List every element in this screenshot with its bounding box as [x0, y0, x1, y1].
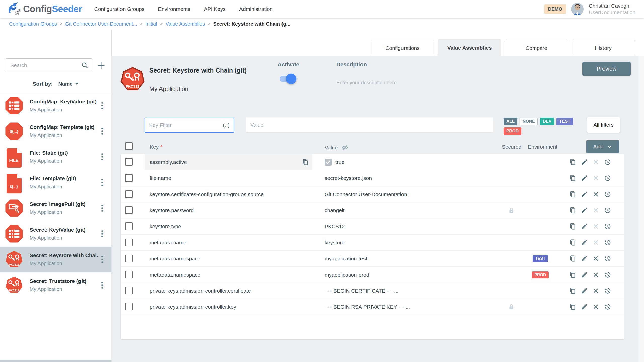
app-logo[interactable]: ConfigSeeder	[7, 2, 82, 16]
kebab-menu-icon[interactable]	[100, 152, 104, 162]
kebab-menu-icon[interactable]	[100, 203, 104, 213]
delete-icon[interactable]	[592, 255, 599, 262]
edit-icon[interactable]	[581, 287, 588, 294]
delete-icon[interactable]	[592, 287, 599, 294]
edit-icon[interactable]	[581, 158, 588, 166]
sidebar-scrollbar[interactable]	[0, 360, 111, 362]
preview-button[interactable]: Preview	[582, 62, 631, 76]
edit-icon[interactable]	[581, 255, 588, 262]
activate-toggle[interactable]	[280, 76, 294, 82]
copy-icon[interactable]	[569, 287, 576, 294]
copy-icon[interactable]	[569, 223, 576, 230]
all-filters-button[interactable]: All filters	[587, 117, 620, 133]
env-filter-badge-prod[interactable]: PROD	[504, 127, 521, 135]
edit-icon[interactable]	[581, 303, 588, 310]
kebab-menu-icon[interactable]	[100, 177, 104, 188]
kebab-menu-icon[interactable]	[100, 280, 104, 290]
copy-icon[interactable]	[569, 174, 576, 182]
history-icon[interactable]	[604, 239, 611, 246]
tab-history[interactable]: History	[572, 40, 635, 56]
edit-icon[interactable]	[581, 239, 588, 246]
row-checkbox[interactable]	[125, 287, 133, 294]
sidebar-item-text: File: Static (git)My Application	[30, 150, 98, 164]
copy-icon[interactable]	[569, 158, 576, 166]
row-checkbox[interactable]	[125, 158, 133, 166]
sidebar-item-file-static-git[interactable]: FILEFile: Static (git)My Application	[0, 144, 111, 170]
history-icon[interactable]	[604, 223, 611, 230]
value-filter-input[interactable]	[250, 122, 488, 128]
tab-value-assemblies[interactable]: Value Assemblies	[438, 39, 501, 56]
history-icon[interactable]	[604, 207, 611, 214]
eye-off-icon[interactable]	[341, 144, 349, 151]
search-icon[interactable]	[81, 62, 89, 69]
copy-icon[interactable]	[569, 271, 576, 278]
sidebar-item-secret-imagepull-git[interactable]: Secret: ImagePull (git)My Application	[0, 195, 111, 221]
copy-key-icon[interactable]	[302, 159, 309, 166]
delete-icon[interactable]	[592, 271, 599, 278]
env-filter-badge-all[interactable]: ALL	[504, 118, 517, 125]
tab-compare[interactable]: Compare	[505, 40, 568, 56]
history-icon[interactable]	[604, 191, 611, 198]
search-input[interactable]	[10, 62, 81, 68]
description-field[interactable]: Enter your description here	[336, 80, 397, 86]
edit-icon[interactable]	[581, 223, 588, 230]
select-all-checkbox[interactable]	[125, 142, 133, 150]
edit-icon[interactable]	[581, 271, 588, 278]
key-filter-input[interactable]	[149, 122, 223, 128]
sidebar-item-secret-key-value-git[interactable]: Secret: Key/Value (git)My Application	[0, 221, 111, 247]
nav-item-api-keys[interactable]: API Keys	[204, 6, 226, 12]
copy-icon[interactable]	[569, 191, 576, 198]
nav-item-configuration-groups[interactable]: Configuration Groups	[94, 6, 145, 12]
history-icon[interactable]	[604, 287, 611, 294]
kebab-menu-icon[interactable]	[100, 126, 104, 136]
row-checkbox[interactable]	[125, 222, 133, 230]
copy-icon[interactable]	[569, 207, 576, 214]
history-icon[interactable]	[604, 158, 611, 166]
user-info[interactable]: Christian Cavegn UserDocumentation	[589, 3, 635, 16]
sidebar-item-configmap-key-value-git[interactable]: ConfigMap: Key/Value (git)My Application	[0, 93, 111, 118]
env-filter-badge-test[interactable]: TEST	[556, 118, 573, 125]
env-filter-badge-none[interactable]: NONE	[520, 118, 538, 125]
history-icon[interactable]	[604, 303, 611, 310]
sidebar-item-secret-keystore-with-chai[interactable]: PKCS12Secret: Keystore with Chai...My Ap…	[0, 247, 111, 272]
row-checkbox[interactable]	[125, 255, 133, 262]
add-value-assembly-icon[interactable]	[96, 61, 106, 70]
add-button[interactable]: Add	[586, 140, 619, 153]
row-checkbox[interactable]	[125, 190, 133, 198]
kebab-menu-icon[interactable]	[100, 229, 104, 239]
demo-badge: DEMO	[544, 4, 566, 14]
history-icon[interactable]	[604, 271, 611, 278]
edit-icon[interactable]	[581, 191, 588, 198]
edit-icon[interactable]	[581, 174, 588, 182]
delete-icon[interactable]	[592, 303, 599, 310]
row-checkbox[interactable]	[125, 271, 133, 278]
history-icon[interactable]	[604, 174, 611, 182]
file-template-icon: ${...}	[5, 173, 23, 192]
sort-selector[interactable]: Name	[58, 81, 79, 87]
kebab-menu-icon[interactable]	[100, 254, 104, 264]
row-checkbox[interactable]	[125, 239, 133, 246]
breadcrumb-link-initial[interactable]: Initial	[145, 21, 157, 27]
sidebar-item-configmap-template-git[interactable]: ${...}ConfigMap: Template (git)My Applic…	[0, 118, 111, 144]
tab-configurations[interactable]: Configurations	[371, 40, 434, 56]
sidebar-item-secret-truststore-git[interactable]: PKCS12Secret: Truststore (git)My Applica…	[0, 272, 111, 298]
history-icon[interactable]	[604, 255, 611, 262]
breadcrumb-link-configuration-groups[interactable]: Configuration Groups	[9, 21, 57, 27]
nav-item-environments[interactable]: Environments	[158, 6, 190, 12]
delete-icon[interactable]	[592, 191, 599, 198]
copy-icon[interactable]	[569, 239, 576, 246]
row-checkbox[interactable]	[125, 206, 133, 214]
env-filter-badge-dev[interactable]: DEV	[540, 118, 554, 125]
copy-icon[interactable]	[569, 303, 576, 310]
row-checkbox[interactable]	[125, 174, 133, 182]
kebab-menu-icon[interactable]	[100, 101, 104, 111]
user-avatar[interactable]	[571, 3, 584, 15]
nav-item-administration[interactable]: Administration	[239, 6, 273, 12]
page-scrollbar[interactable]	[638, 56, 644, 362]
row-checkbox[interactable]	[125, 303, 133, 310]
breadcrumb-link-git-connector-user-document[interactable]: Git Connector User-Document...	[65, 21, 137, 27]
edit-icon[interactable]	[581, 207, 588, 214]
copy-icon[interactable]	[569, 255, 576, 262]
breadcrumb-link-value-assemblies[interactable]: Value Assemblies	[166, 21, 205, 27]
sidebar-item-file-template-git[interactable]: ${...}File: Template (git)My Application	[0, 170, 111, 195]
